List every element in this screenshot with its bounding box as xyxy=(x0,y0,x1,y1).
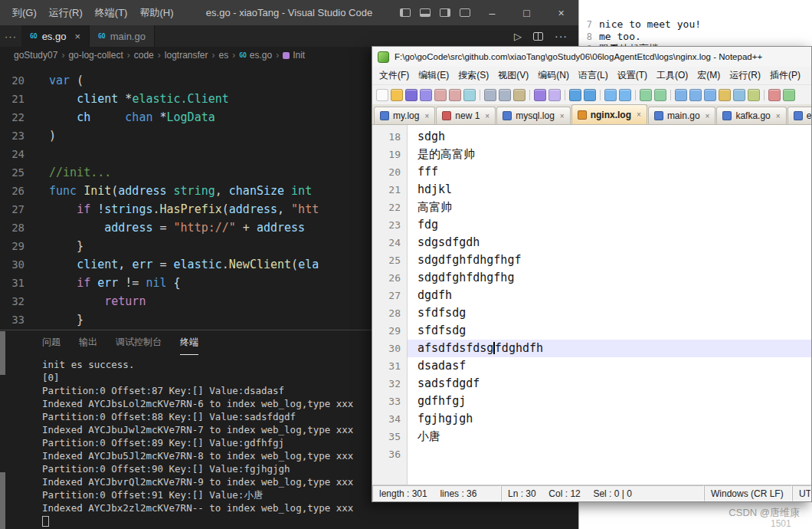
tab-main-go[interactable]: GO main.go xyxy=(90,25,155,47)
tab-close-icon[interactable]: × xyxy=(485,112,489,120)
vscode-menubar: 到(G) 运行(R) 终端(T) 帮助(H) xyxy=(0,6,179,20)
run-icon[interactable]: ▷ xyxy=(514,31,522,42)
breadcrumb-symbol[interactable]: Init xyxy=(283,50,305,61)
toggle-panel-icon[interactable] xyxy=(415,0,435,25)
more-actions-icon[interactable]: ··· xyxy=(555,30,568,42)
paste-icon[interactable] xyxy=(513,89,526,101)
menu-terminal[interactable]: 终端(T) xyxy=(89,6,134,20)
npp-tab-main-go[interactable]: main.go× xyxy=(648,107,716,124)
file-active-icon xyxy=(578,110,587,120)
macro-record-icon[interactable] xyxy=(768,89,781,101)
breadcrumb-folder[interactable]: es xyxy=(219,50,229,61)
toolbar-separator xyxy=(529,90,530,100)
function-list-icon[interactable] xyxy=(719,89,731,101)
file-saved-icon xyxy=(503,111,512,120)
toolbar-separator xyxy=(635,90,636,100)
tab-es-go[interactable]: GO es.go × xyxy=(21,25,90,47)
notepadpp-editor[interactable]: 18sdgh19是的高富帅20fff21hdjkl22高富帅23fdg24sdg… xyxy=(372,125,811,485)
menu-file[interactable]: 文件(F) xyxy=(375,69,414,82)
menu-search[interactable]: 搜索(S) xyxy=(453,69,493,82)
tab-close-icon[interactable]: × xyxy=(560,112,565,120)
menu-plugins[interactable]: 插件(P) xyxy=(765,69,805,82)
npp-tab-mysql-log[interactable]: mysql.log× xyxy=(496,107,571,124)
status-eol-format[interactable]: Windows (CR LF) xyxy=(704,485,792,501)
status-encoding[interactable]: UTF xyxy=(792,485,811,501)
menu-language[interactable]: 语言(L) xyxy=(574,69,613,82)
replace-icon[interactable] xyxy=(584,89,596,101)
split-editor-icon[interactable] xyxy=(533,32,543,41)
chevron-right-icon: › xyxy=(158,50,161,61)
menu-settings[interactable]: 设置(T) xyxy=(613,69,652,82)
tab-close-icon[interactable]: × xyxy=(424,112,429,120)
tab-close-icon[interactable]: × xyxy=(74,31,80,42)
npp-line-31: 31dsadasf xyxy=(372,357,811,375)
notepadpp-tabbar: my.log× new 1× mysql.log× nginx.log× mai… xyxy=(372,104,811,125)
menu-macro[interactable]: 宏(M) xyxy=(692,69,725,82)
npp-line-19: 19是的高富帅 xyxy=(372,146,811,163)
redo-icon[interactable] xyxy=(548,89,561,101)
minimize-button[interactable]: – xyxy=(475,0,509,25)
menu-view[interactable]: 视图(V) xyxy=(493,69,533,82)
menu-run[interactable]: 运行(R) xyxy=(725,69,765,82)
npp-tab-new-1[interactable]: new 1× xyxy=(436,107,496,124)
cut-icon[interactable] xyxy=(484,89,496,101)
doc-list-icon[interactable] xyxy=(748,89,760,101)
copy-icon[interactable] xyxy=(499,89,511,101)
macro-play-icon[interactable] xyxy=(783,89,795,101)
new-file-icon[interactable] xyxy=(376,89,388,101)
tab-overflow-icon[interactable]: ··· xyxy=(0,25,21,47)
tab-close-icon[interactable]: × xyxy=(706,112,710,120)
find-icon[interactable] xyxy=(569,89,581,101)
tab-close-icon[interactable]: × xyxy=(776,112,781,120)
menu-edit[interactable]: 编辑(E) xyxy=(414,69,453,82)
close-button[interactable]: × xyxy=(544,0,578,25)
npp-tab-nginx-log[interactable]: nginx.log× xyxy=(571,104,647,124)
sync-scroll-h-icon[interactable] xyxy=(654,89,666,101)
breadcrumb-folder[interactable]: code xyxy=(134,50,154,61)
tab-close-icon[interactable]: × xyxy=(637,110,641,119)
zoom-out-icon[interactable] xyxy=(619,89,631,101)
show-all-chars-icon[interactable] xyxy=(689,89,702,101)
customize-layout-icon[interactable] xyxy=(455,0,475,25)
npp-tab-es-go[interactable]: es.go× xyxy=(787,107,811,124)
sync-scroll-v-icon[interactable] xyxy=(640,89,652,101)
notepadpp-title-text: F:\go\goCode\src\github.com\xiaoTang\goS… xyxy=(395,52,762,61)
npp-line-34: 34fgjhgjgh xyxy=(372,410,811,428)
menu-goto[interactable]: 到(G) xyxy=(6,6,43,20)
background-editor-line: 8me too. xyxy=(579,31,812,43)
npp-tab-kafka-go[interactable]: kafka.go× xyxy=(716,107,786,124)
toolbar-separator xyxy=(764,90,765,100)
menu-tools[interactable]: 工具(O) xyxy=(652,69,692,82)
breadcrumb-folder[interactable]: logtransfer xyxy=(165,50,208,61)
panel-tab-problems[interactable]: 问题 xyxy=(42,330,61,355)
panel-tab-output[interactable]: 输出 xyxy=(79,330,97,355)
npp-tab-my-log[interactable]: my.log× xyxy=(374,107,435,124)
menu-help[interactable]: 帮助(H) xyxy=(133,6,179,20)
breadcrumb-file[interactable]: GO es.go xyxy=(239,50,272,61)
breadcrumb-project[interactable]: goStudy07 xyxy=(14,50,57,61)
toolbar-separator xyxy=(600,90,601,100)
print-icon[interactable] xyxy=(463,89,476,101)
open-folder-icon[interactable] xyxy=(391,89,403,101)
chevron-right-icon: › xyxy=(212,50,215,61)
word-wrap-icon[interactable] xyxy=(675,89,687,101)
npp-line-35: 35小唐 xyxy=(372,428,811,445)
breadcrumb-folder[interactable]: go-log-collect xyxy=(68,50,123,61)
notepadpp-statusbar: length : 301 lines : 36 Ln : 30 Col : 12… xyxy=(372,485,811,501)
toggle-sidebar-icon[interactable] xyxy=(395,0,415,25)
menu-run[interactable]: 运行(R) xyxy=(43,6,89,20)
toggle-secondary-sidebar-icon[interactable] xyxy=(435,0,455,25)
close-icon[interactable] xyxy=(434,89,447,101)
close-all-icon[interactable] xyxy=(449,89,461,101)
undo-icon[interactable] xyxy=(534,89,546,101)
save-all-icon[interactable] xyxy=(420,89,432,101)
doc-map-icon[interactable] xyxy=(733,89,745,101)
zoom-in-icon[interactable] xyxy=(604,89,617,101)
maximize-button[interactable]: □ xyxy=(509,0,544,25)
file-saved-icon xyxy=(794,111,803,120)
panel-tab-terminal[interactable]: 终端 xyxy=(180,330,198,355)
panel-tab-debug-console[interactable]: 调试控制台 xyxy=(116,330,162,355)
menu-encoding[interactable]: 编码(N) xyxy=(533,69,574,82)
indent-guide-icon[interactable] xyxy=(704,89,716,101)
save-icon[interactable] xyxy=(405,89,417,101)
